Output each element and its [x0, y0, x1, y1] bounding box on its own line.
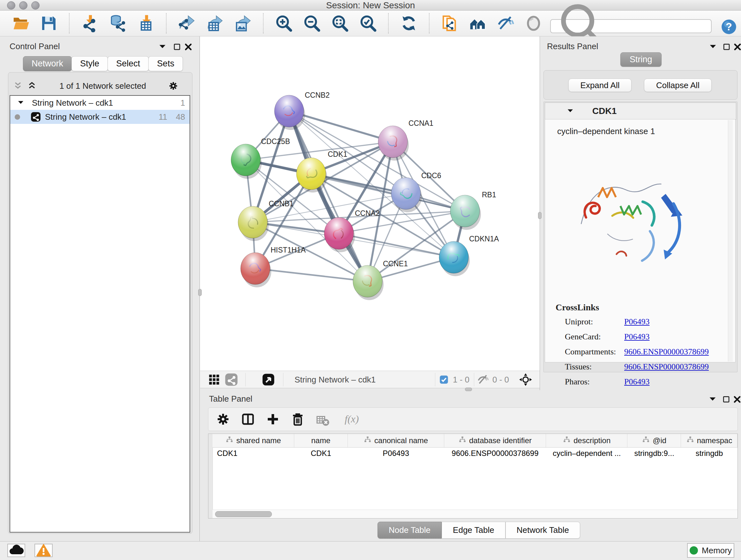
column-header--id[interactable]: @id	[627, 434, 681, 447]
expand-all-networks-icon[interactable]	[26, 81, 38, 91]
network-edge-hist1h1a-ccne1[interactable]	[255, 268, 367, 281]
birdseye-view-icon[interactable]	[261, 373, 275, 387]
network-node-cdc6[interactable]	[391, 178, 422, 212]
fit-selected-crosshair-icon[interactable]	[519, 373, 533, 387]
column-header-name[interactable]: name	[294, 434, 348, 447]
results-panel-close-icon[interactable]	[733, 42, 741, 52]
home-button[interactable]	[468, 13, 488, 33]
table-cell[interactable]: CDK1	[212, 447, 294, 459]
tab-style[interactable]: Style	[71, 56, 108, 71]
table-row[interactable]: CDK1CDK1P064939606.ENSP00000378699cyclin…	[212, 447, 738, 459]
zoom-selected-button[interactable]	[358, 13, 378, 33]
apply-layout-button[interactable]	[399, 13, 419, 33]
table-horizontal-scrollbar[interactable]	[212, 509, 738, 518]
network-node-ccna1[interactable]	[378, 126, 409, 161]
network-node-cdc25b[interactable]	[231, 144, 262, 179]
grid-mode-icon[interactable]	[207, 373, 221, 387]
results-panel-menu-icon[interactable]	[708, 42, 718, 52]
open-session-button[interactable]	[11, 13, 30, 33]
network-node-ccnb2[interactable]	[274, 95, 305, 130]
export-network-button[interactable]	[177, 13, 197, 33]
control-panel-float-icon[interactable]	[172, 42, 182, 52]
zoom-out-button[interactable]	[302, 13, 322, 33]
column-header-shared-name[interactable]: shared name	[212, 434, 294, 447]
help-button[interactable]: ?	[721, 18, 737, 35]
control-panel-close-icon[interactable]	[184, 42, 193, 52]
network-from-selection-button[interactable]	[440, 13, 460, 33]
network-node-cdk1[interactable]	[296, 158, 327, 192]
bottom-splitter-handle[interactable]	[465, 388, 472, 391]
create-column-icon[interactable]	[265, 412, 280, 427]
show-columns-icon[interactable]	[240, 412, 256, 427]
crosslink-link[interactable]: P06493	[624, 332, 650, 341]
import-table-button[interactable]	[136, 13, 156, 33]
tab-node-table[interactable]: Node Table	[378, 522, 442, 539]
share-view-icon[interactable]	[224, 373, 239, 387]
table-panel-close-icon[interactable]	[732, 395, 741, 404]
table-settings-gear-icon[interactable]	[215, 412, 231, 427]
crosslink-link[interactable]: P06493	[624, 317, 650, 327]
table-cell[interactable]: stringdb:9...	[627, 447, 681, 459]
delete-column-icon[interactable]	[290, 412, 306, 427]
network-node-rb1[interactable]	[450, 195, 481, 230]
network-tree-row[interactable]: String Network – cdk1 11 48	[10, 110, 190, 124]
result-entry-header[interactable]: CDK1	[545, 103, 736, 120]
table-panel-menu-icon[interactable]	[708, 395, 718, 404]
crosslink-link[interactable]: P06493	[624, 377, 650, 387]
network-node-hist1h1a[interactable]	[241, 253, 271, 287]
collapse-all-button[interactable]: Collapse All	[644, 78, 712, 92]
table-panel-float-icon[interactable]	[722, 395, 731, 404]
cloud-button[interactable]	[7, 544, 25, 557]
crosslink-link[interactable]: 9606.ENSP00000378699	[624, 362, 709, 372]
hidden-eye-icon[interactable]	[477, 374, 489, 386]
network-edge-ccnb2-ccne1[interactable]	[289, 111, 367, 281]
save-session-button[interactable]	[39, 13, 59, 33]
zoom-in-button[interactable]	[274, 13, 293, 33]
network-node-cdkn1a[interactable]	[439, 241, 470, 276]
hide-selection-button[interactable]	[496, 13, 516, 33]
import-network-from-file-button[interactable]	[80, 13, 99, 33]
tab-network-table[interactable]: Network Table	[506, 522, 580, 539]
tab-network[interactable]: Network	[23, 56, 72, 71]
collapse-all-networks-icon[interactable]	[12, 81, 23, 91]
table-cell[interactable]: stringdb	[681, 447, 738, 459]
results-panel-float-icon[interactable]	[722, 42, 731, 52]
export-table-button[interactable]	[205, 13, 225, 33]
column-header-description[interactable]: description	[546, 434, 627, 447]
results-scrollbar[interactable]	[728, 120, 733, 361]
tab-select[interactable]: Select	[108, 56, 149, 71]
tab-sets[interactable]: Sets	[148, 56, 183, 71]
zoom-fit-button[interactable]	[330, 13, 350, 33]
network-tree-root-row[interactable]: String Network – cdk1 1	[10, 96, 190, 110]
network-canvas[interactable]: CCNB2CCNA1CDC25BCDK1CDC6RB1CCNB1CCNA2CDK…	[200, 37, 540, 371]
left-splitter-handle[interactable]	[198, 289, 202, 296]
expand-all-button[interactable]: Expand All	[568, 78, 631, 92]
tab-string[interactable]: String	[620, 52, 662, 67]
network-options-gear-icon[interactable]	[168, 80, 179, 91]
entry-caret-icon[interactable]	[566, 107, 575, 115]
control-panel-menu-icon[interactable]	[158, 42, 167, 52]
crosslink-link[interactable]: 9606.ENSP00000378699	[624, 347, 709, 357]
column-header-canonical-name[interactable]: canonical name	[348, 434, 444, 447]
table-cell[interactable]: CDK1	[294, 447, 348, 459]
memory-button[interactable]: Memory	[687, 543, 734, 558]
network-node-ccna2[interactable]	[324, 217, 355, 252]
tab-edge-table[interactable]: Edge Table	[442, 522, 506, 539]
selected-checkbox-icon[interactable]	[439, 374, 449, 385]
search-input[interactable]	[611, 20, 711, 32]
network-node-ccne1[interactable]	[353, 265, 384, 300]
table-cell[interactable]: 9606.ENSP00000378699	[444, 447, 546, 459]
table-toolbar: f(x)	[208, 408, 738, 431]
import-network-from-database-button[interactable]	[108, 13, 128, 33]
right-splitter-handle[interactable]	[538, 212, 542, 219]
network-edge-ccna2-cdkn1a[interactable]	[339, 233, 454, 257]
column-header-database-identifier[interactable]: database identifier	[444, 434, 546, 447]
warnings-button[interactable]	[35, 544, 53, 557]
export-image-button[interactable]	[233, 13, 253, 33]
show-all-button[interactable]	[524, 13, 544, 33]
table-cell[interactable]: P06493	[348, 447, 444, 459]
tree-caret-icon[interactable]	[17, 99, 25, 107]
column-header-namespac[interactable]: namespac	[681, 434, 738, 447]
scrollbar-thumb[interactable]	[215, 511, 272, 517]
table-cell[interactable]: cyclin–dependent ...	[546, 447, 627, 459]
